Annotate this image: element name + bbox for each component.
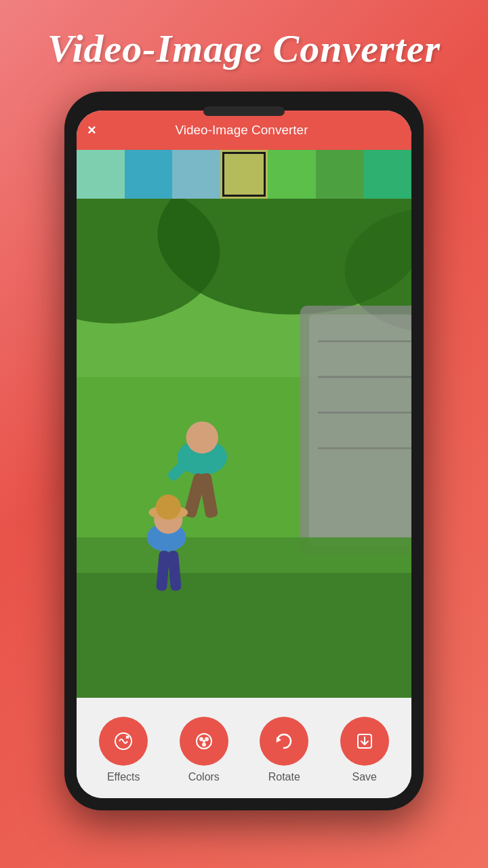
toolbar: × Video-Image Converter <box>77 111 411 150</box>
svg-rect-12 <box>77 573 411 698</box>
save-button[interactable]: Save <box>325 717 405 783</box>
phone-screen: × Video-Image Converter <box>77 111 411 798</box>
svg-point-23 <box>156 494 181 519</box>
swatch-blue[interactable] <box>172 150 220 199</box>
save-icon-circle <box>340 717 389 766</box>
swatch-mint[interactable] <box>77 150 125 199</box>
svg-rect-6 <box>309 315 411 547</box>
bottom-nav-bar: Effects Colors <box>77 698 411 798</box>
svg-point-30 <box>203 740 205 743</box>
color-swatches-bar <box>77 150 411 199</box>
save-label: Save <box>352 771 377 783</box>
rotate-icon-circle <box>260 717 308 766</box>
app-title: Video-Image Converter <box>47 26 441 71</box>
rotate-icon <box>273 730 295 752</box>
rotate-button[interactable]: Rotate <box>244 717 325 783</box>
toolbar-title: Video-Image Converter <box>103 123 401 138</box>
image-preview <box>77 199 411 698</box>
swatch-teal[interactable] <box>125 150 173 199</box>
colors-label: Colors <box>188 771 220 783</box>
effects-icon <box>113 730 134 752</box>
svg-point-14 <box>186 422 218 454</box>
effects-icon-circle <box>99 717 148 766</box>
save-icon <box>354 730 375 752</box>
svg-point-28 <box>205 737 209 741</box>
rotate-label: Rotate <box>268 771 300 783</box>
colors-icon <box>193 730 215 752</box>
close-button[interactable]: × <box>87 121 96 139</box>
swatch-darkgreen[interactable] <box>316 150 364 199</box>
swatch-emerald[interactable] <box>363 150 411 199</box>
swatch-green[interactable] <box>268 150 316 199</box>
phone-frame: × Video-Image Converter <box>64 92 424 810</box>
effects-label: Effects <box>107 771 140 783</box>
svg-point-27 <box>199 737 203 741</box>
swatch-olive[interactable] <box>220 150 268 199</box>
colors-button[interactable]: Colors <box>164 717 245 783</box>
colors-icon-circle <box>180 717 228 766</box>
preview-image <box>77 199 411 698</box>
svg-point-29 <box>202 743 206 747</box>
effects-button[interactable]: Effects <box>83 717 164 783</box>
